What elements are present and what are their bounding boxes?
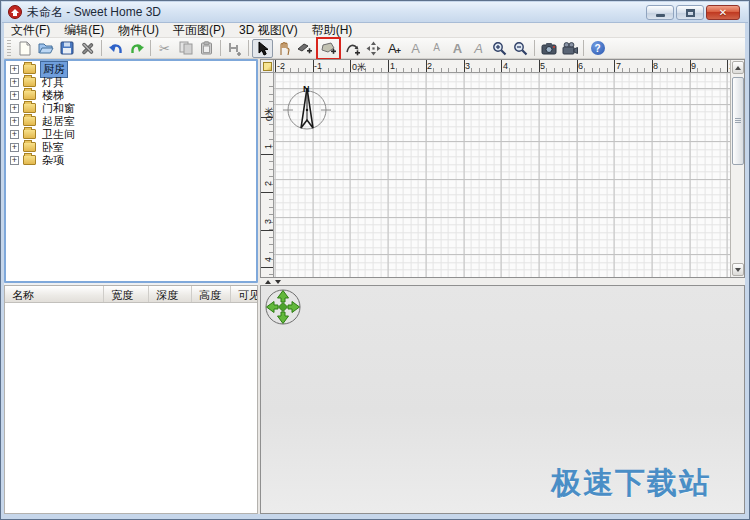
toggle-bold-button[interactable]: A (447, 39, 468, 58)
catalog-category-bedroom[interactable]: + 卧室 (10, 141, 256, 153)
column-header-width[interactable]: 宽度 (104, 286, 149, 302)
redo-arrow-icon (129, 41, 145, 55)
increase-text-size-button[interactable]: A (405, 39, 426, 58)
menu-edit[interactable]: 编辑(E) (57, 23, 111, 38)
expand-toggle-icon[interactable]: + (10, 104, 19, 113)
plan-view-panel[interactable]: -2 -1 0米 1 2 3 4 5 6 7 8 9 10 0米 1 (260, 59, 745, 278)
create-rooms-button[interactable] (318, 39, 339, 58)
plan-canvas[interactable] (274, 73, 730, 277)
collapse-up-icon[interactable] (265, 280, 271, 284)
pan-mode-button[interactable] (273, 39, 294, 58)
window-title: 未命名 - Sweet Home 3D (27, 4, 161, 21)
expand-toggle-icon[interactable]: + (10, 143, 19, 152)
expand-toggle-icon[interactable]: + (10, 78, 19, 87)
create-rooms-icon (321, 41, 337, 56)
select-mode-button[interactable] (252, 39, 273, 58)
video-camera-icon (562, 42, 578, 55)
level-tab-icon[interactable] (263, 62, 272, 71)
toolbar-separator (583, 40, 584, 56)
vertical-ruler: 0米 1 2 3 4 5 (261, 73, 274, 277)
open-button[interactable] (35, 39, 56, 58)
toolbar-separator (534, 40, 535, 56)
category-label: 杂项 (40, 153, 66, 168)
undo-button[interactable] (105, 39, 126, 58)
ruler-label: -2 (277, 61, 285, 71)
minimize-button[interactable] (646, 5, 674, 20)
scroll-up-button[interactable] (732, 61, 744, 74)
zoom-out-button[interactable] (510, 39, 531, 58)
zoom-in-icon (492, 41, 507, 56)
ruler-label: 2 (263, 181, 273, 186)
folder-icon (23, 64, 36, 74)
create-video-button[interactable] (559, 39, 580, 58)
maximize-icon (686, 9, 695, 17)
redo-button[interactable] (126, 39, 147, 58)
menu-file[interactable]: 文件(F) (4, 23, 57, 38)
preferences-icon (80, 41, 95, 56)
new-plan-button[interactable] (14, 39, 35, 58)
horizontal-ruler: -2 -1 0米 1 2 3 4 5 6 7 8 9 10 (274, 60, 730, 73)
column-header-height[interactable]: 高度 (192, 286, 231, 302)
zoom-in-button[interactable] (489, 39, 510, 58)
catalog-category-lights[interactable]: + 灯具 (10, 76, 256, 88)
help-button[interactable]: ? (587, 39, 608, 58)
camera-icon (541, 42, 557, 55)
save-icon (60, 41, 74, 55)
scrollbar-thumb[interactable] (732, 77, 744, 165)
catalog-category-staircases[interactable]: + 楼梯 (10, 89, 256, 101)
add-texts-button[interactable]: A+ (384, 39, 405, 58)
create-polyline-icon (345, 41, 361, 56)
decrease-text-size-button[interactable]: A (426, 39, 447, 58)
expand-toggle-icon[interactable]: + (10, 117, 19, 126)
preferences-button[interactable] (77, 39, 98, 58)
close-button[interactable]: ✕ (706, 5, 740, 20)
paste-button[interactable] (196, 39, 217, 58)
folder-icon (23, 155, 36, 165)
create-polylines-button[interactable] (342, 39, 363, 58)
ruler-label: 8 (653, 61, 658, 71)
ruler-label: -1 (314, 61, 322, 71)
expand-toggle-icon[interactable]: + (10, 130, 19, 139)
title-bar[interactable]: 未命名 - Sweet Home 3D ✕ (2, 2, 748, 23)
column-header-visible[interactable]: 可见 (231, 286, 257, 302)
add-furniture-button[interactable] (224, 39, 245, 58)
cut-button[interactable]: ✂ (154, 39, 175, 58)
create-walls-button[interactable] (294, 39, 315, 58)
create-photo-button[interactable] (538, 39, 559, 58)
expand-toggle-icon[interactable]: + (10, 65, 19, 74)
3d-navigation-control[interactable] (263, 287, 303, 327)
catalog-category-doors-windows[interactable]: + 门和窗 (10, 102, 256, 114)
create-dimensions-button[interactable] (363, 39, 384, 58)
ruler-label: 4 (263, 257, 273, 262)
column-header-depth[interactable]: 深度 (149, 286, 192, 302)
toggle-italic-button[interactable]: A (468, 39, 489, 58)
copy-button[interactable] (175, 39, 196, 58)
catalog-category-miscellaneous[interactable]: + 杂项 (10, 154, 256, 166)
open-folder-icon (38, 41, 54, 55)
catalog-category-kitchen[interactable]: + 厨房 (10, 63, 256, 75)
collapse-down-icon[interactable] (275, 280, 281, 284)
expand-toggle-icon[interactable]: + (10, 156, 19, 165)
menu-help[interactable]: 帮助(H) (305, 23, 360, 38)
menu-furniture[interactable]: 物件(U) (111, 23, 166, 38)
app-window: 未命名 - Sweet Home 3D ✕ 文件(F) 编辑(E) 物件(U) … (0, 0, 750, 520)
catalog-category-bathroom[interactable]: + 卫生间 (10, 128, 256, 140)
plan-3d-splitter[interactable] (260, 278, 745, 285)
menu-3d-view[interactable]: 3D 视图(V) (232, 23, 305, 38)
maximize-button[interactable] (676, 5, 704, 20)
expand-toggle-icon[interactable]: + (10, 91, 19, 100)
plan-vertical-scrollbar[interactable] (730, 60, 744, 277)
paste-icon (200, 41, 213, 55)
furniture-list-panel[interactable]: 名称 宽度 深度 高度 可见 (4, 285, 258, 514)
scroll-down-button[interactable] (732, 263, 744, 276)
furniture-catalog-panel[interactable]: + 厨房 + 灯具 + 楼梯 + 门和窗 (4, 59, 258, 283)
column-header-name[interactable]: 名称 (5, 286, 104, 302)
menu-plan[interactable]: 平面图(P) (166, 23, 232, 38)
toolbar-grip[interactable] (7, 40, 11, 56)
toolbar-separator (101, 40, 102, 56)
save-button[interactable] (56, 39, 77, 58)
ruler-label: 1 (263, 144, 273, 149)
bold-icon: A (453, 42, 462, 55)
catalog-category-living-room[interactable]: + 起居室 (10, 115, 256, 127)
zoom-out-icon (513, 41, 528, 56)
